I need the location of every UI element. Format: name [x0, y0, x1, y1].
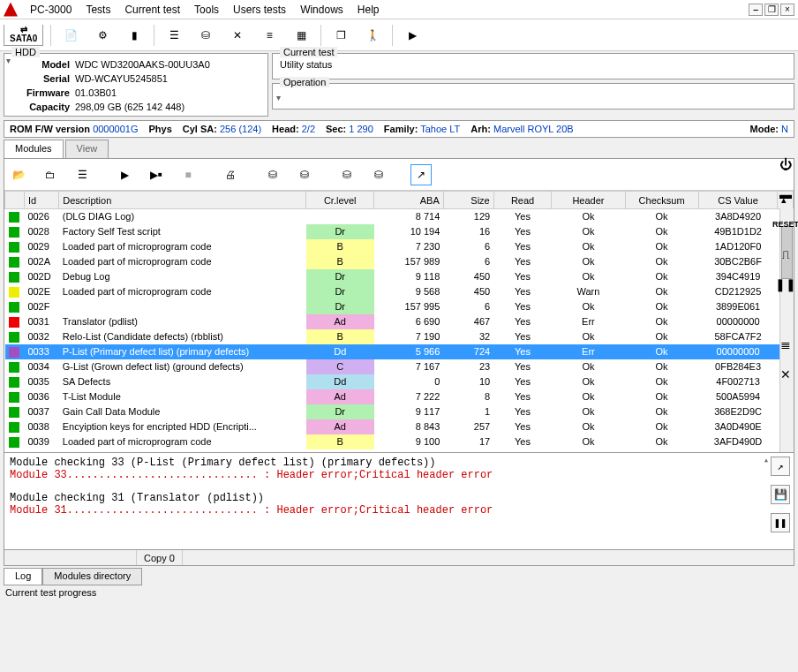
restore-button[interactable]: ❐	[764, 4, 779, 16]
tb-chip-icon[interactable]: ▮	[122, 23, 147, 48]
cell-header: Ok	[552, 389, 625, 404]
side-connector-icon[interactable]: ⎍	[777, 245, 794, 263]
table-row[interactable]: 0031Translator (pdlist)Ad6 690467YesErrO…	[5, 314, 794, 329]
tb-gear-icon[interactable]: ⚙	[90, 23, 115, 48]
mtb-print-icon[interactable]: 🖨	[220, 164, 241, 185]
col-id[interactable]: Id	[24, 192, 58, 209]
table-row[interactable]: 0026 (DLG DIAG Log)8 714129YesOkOk3A8D49…	[5, 209, 794, 224]
status-copy: Copy 0	[137, 550, 183, 565]
tab-view[interactable]: View	[65, 140, 109, 158]
mtb-play-marked-icon[interactable]: ▶■	[146, 164, 167, 185]
tb-disk-icon[interactable]: ⛁	[193, 23, 218, 48]
table-row[interactable]: 0034G-List (Grown defect list) (ground d…	[5, 359, 794, 374]
cell-aba: 10 194	[374, 224, 444, 239]
status-square-icon	[9, 227, 19, 238]
table-row[interactable]: 0036T-List ModuleAd7 2228YesOkOk500A5994	[5, 389, 794, 404]
tab-modules-directory[interactable]: Modules directory	[42, 568, 142, 585]
col-csvalue[interactable]: CS Value	[698, 192, 778, 209]
table-row[interactable]: 0037Gain Call Data ModuleDr9 1171YesOkOk…	[5, 404, 794, 419]
hdd-dropdown-icon[interactable]: ▾	[6, 56, 11, 65]
cell-desc: Translator (pdlist)	[59, 314, 306, 329]
mtb-db3-icon[interactable]: ⛁	[336, 164, 358, 185]
minimize-button[interactable]: ‒	[749, 4, 763, 16]
app-logo-icon	[4, 3, 18, 17]
tb-exit-icon[interactable]: 🚶	[360, 23, 385, 48]
log-save-icon[interactable]: 💾	[771, 485, 790, 504]
tb-play-icon[interactable]: ▶	[400, 23, 425, 48]
table-row[interactable]: 002FDr157 9956YesOkOk3899E061	[5, 299, 794, 314]
log-line: Module checking 31 (Translator (pdlist))	[10, 492, 788, 504]
col-size[interactable]: Size	[443, 192, 493, 209]
menu-users-tests[interactable]: Users tests	[226, 2, 293, 18]
menu-current-test[interactable]: Current test	[117, 2, 187, 18]
side-pause-icon[interactable]: ❚❚	[777, 276, 794, 293]
table-row[interactable]: 0028Factory Self Test scriptDr10 19416Ye…	[5, 224, 794, 239]
cell-read: Yes	[493, 329, 552, 344]
menu-tests[interactable]: Tests	[79, 2, 117, 18]
side-reset-icon[interactable]: RESET	[777, 215, 794, 233]
side-lines-icon[interactable]: ≣	[777, 336, 794, 353]
menu-pc3000[interactable]: PC-3000	[23, 2, 79, 18]
table-row[interactable]: 0035SA DefectsDd010YesOkOk4F002713	[5, 374, 794, 389]
table-row[interactable]: 002ALoaded part of microprogram codeB157…	[5, 254, 794, 269]
cell-csvalue: 3899E061	[698, 299, 778, 314]
mtb-db2-icon[interactable]: ⛁	[294, 164, 315, 185]
log-scroll-up-icon[interactable]: ▴	[764, 455, 769, 465]
status-square-icon	[9, 437, 19, 448]
cell-aba: 157 995	[374, 299, 444, 314]
tab-modules[interactable]: Modules	[4, 140, 64, 158]
tab-log[interactable]: Log	[4, 568, 42, 585]
close-button[interactable]: ×	[780, 4, 794, 16]
tb-grid-icon[interactable]: ▦	[289, 23, 313, 48]
log-export-icon[interactable]: ↗	[771, 457, 790, 476]
mtb-folder-icon[interactable]: 🗀	[40, 164, 61, 185]
progress-label: Current test progress	[0, 585, 798, 600]
menu-tools[interactable]: Tools	[187, 2, 226, 18]
tb-align-icon[interactable]: ≡	[257, 23, 282, 48]
tb-compass-icon[interactable]: ✕	[225, 23, 250, 48]
col-aba[interactable]: ABA	[374, 192, 444, 209]
col-header[interactable]: Header	[552, 192, 625, 209]
table-row[interactable]: 002DDebug LogDr9 118450YesOkOk394C4919	[5, 269, 794, 284]
mtb-db4-icon[interactable]: ⛁	[368, 164, 389, 185]
cell-read: Yes	[493, 359, 552, 374]
cell-csvalue: 3A8D4920	[698, 209, 778, 224]
cell-size: 450	[443, 284, 493, 299]
mtb-db1-icon[interactable]: ⛁	[262, 164, 283, 185]
mtb-play-icon[interactable]: ▶	[114, 164, 135, 185]
side-tools-icon[interactable]: ✕	[777, 366, 794, 383]
cell-desc: G-List (Grown defect list) (ground defec…	[59, 359, 306, 374]
table-row[interactable]: 0032Relo-List (Candidate defects) (rbbli…	[5, 329, 794, 344]
cell-id: 0035	[24, 374, 58, 389]
sata-tab[interactable]: ⇄ SATA0	[4, 25, 43, 46]
mtb-export-icon[interactable]: ↗	[410, 164, 432, 185]
menu-windows[interactable]: Windows	[293, 2, 350, 18]
mtb-stop-icon[interactable]: ■	[177, 164, 199, 185]
cell-read: Yes	[493, 374, 552, 389]
col-crlevel[interactable]: Cr.level	[306, 192, 374, 209]
col-color[interactable]	[5, 192, 25, 209]
table-row[interactable]: 002ELoaded part of microprogram codeDr9 …	[5, 284, 794, 299]
tb-list-icon[interactable]: ☰	[162, 23, 186, 48]
table-row[interactable]: 0033P-List (Primary defect list) (primar…	[5, 344, 794, 359]
menu-help[interactable]: Help	[350, 2, 387, 18]
cell-csvalue: 0FB284E3	[698, 359, 778, 374]
cell-desc: Encyiption keys for encripted HDD (Encri…	[59, 419, 306, 434]
col-read[interactable]: Read	[493, 192, 552, 209]
tb-doc-icon[interactable]: 📄	[58, 23, 83, 48]
tb-copy-icon[interactable]: ❐	[328, 23, 353, 48]
side-chip-icon[interactable]: ▬	[777, 185, 794, 203]
operation-dropdown-icon[interactable]: ▾	[276, 93, 281, 102]
table-row[interactable]: 0029Loaded part of microprogram codeB7 2…	[5, 239, 794, 254]
cell-size: 32	[443, 329, 493, 344]
col-checksum[interactable]: Checksum	[625, 192, 698, 209]
side-power-icon[interactable]: ⏻	[777, 155, 794, 173]
table-row[interactable]: 0039Loaded part of microprogram codeB9 1…	[5, 434, 794, 449]
table-row[interactable]: 0038Encyiption keys for encripted HDD (E…	[5, 419, 794, 434]
log-pause-icon[interactable]: ❚❚	[771, 513, 790, 532]
cell-aba: 9 568	[374, 284, 444, 299]
cell-crlevel: C	[306, 359, 374, 374]
mtb-list-icon[interactable]: ☰	[72, 164, 93, 185]
col-desc[interactable]: Description	[59, 192, 306, 209]
mtb-open-icon[interactable]: 📂	[8, 164, 29, 185]
